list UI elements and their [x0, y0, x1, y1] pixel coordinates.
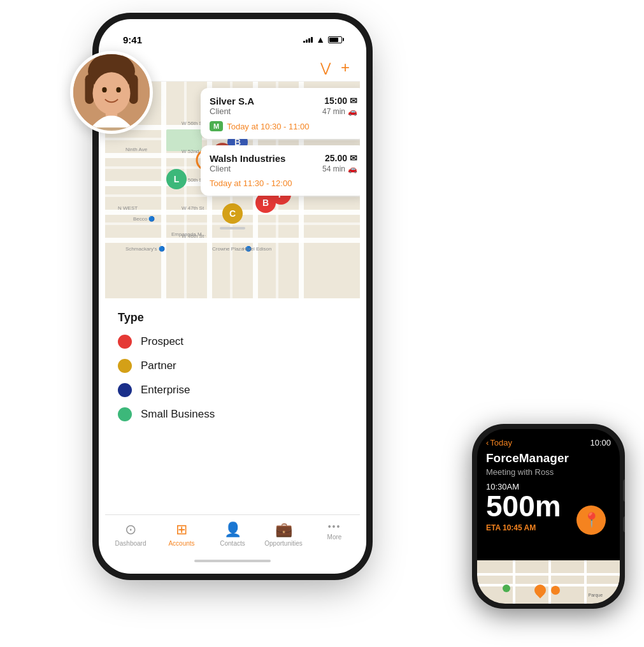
- status-bar: 9:41 ▲: [105, 25, 360, 54]
- card-company-2: Walsh Industries: [210, 153, 285, 164]
- tab-label-more: More: [327, 534, 342, 541]
- card-type-2: Client: [210, 164, 285, 173]
- map-pin-B2[interactable]: B: [255, 193, 276, 213]
- add-icon[interactable]: +: [341, 59, 350, 76]
- watch-crown-bottom: [623, 516, 625, 532]
- nav-actions: ⋁ +: [320, 59, 350, 76]
- place-hotel: Hotel Edison: [243, 246, 271, 252]
- watch-title: ForceManager: [477, 451, 620, 466]
- svg-rect-5: [85, 75, 94, 104]
- watch-mini-map: Parque: [477, 560, 620, 604]
- watch-location-fab[interactable]: 📍: [576, 505, 606, 535]
- home-indicator: [194, 560, 271, 562]
- legend-label-partner: Partner: [141, 360, 176, 372]
- street-label-5: N WEST: [118, 205, 138, 211]
- card-time-2: 25.00 ✉: [325, 153, 357, 163]
- svg-point-9: [116, 87, 120, 92]
- card-duration-2: 54 min 🚗: [322, 164, 357, 173]
- legend-dot-enterprise: [118, 383, 132, 397]
- map-pin-C[interactable]: C: [222, 203, 243, 224]
- tab-opportunities[interactable]: 💼 Opportunities: [258, 521, 309, 547]
- tab-accounts[interactable]: ⊞ Accounts: [156, 521, 207, 547]
- legend-label-smallbiz: Small Business: [141, 408, 215, 421]
- legend-item-prospect: Prospect: [118, 335, 347, 349]
- scroll-indicator[interactable]: [220, 227, 245, 229]
- status-icons: ▲: [303, 34, 342, 45]
- contacts-icon: 👤: [224, 521, 241, 538]
- legend-dot-smallbiz: [118, 407, 132, 421]
- filter-icon[interactable]: ⋁: [320, 60, 331, 75]
- card-date-row-1: M Today at 10:30 - 11:00: [210, 121, 357, 131]
- more-icon: •••: [328, 521, 341, 532]
- accounts-icon: ⊞: [176, 521, 187, 538]
- tab-contacts[interactable]: 👤 Contacts: [207, 521, 258, 547]
- watch-crown-top: [623, 479, 625, 502]
- watch-time: 10:00: [590, 438, 611, 447]
- legend-item-enterprise: Enterprise: [118, 383, 347, 397]
- opportunities-icon: 💼: [275, 521, 292, 538]
- watch-screen: ‹ Today 10:00 ForceManager Meeting with …: [477, 429, 620, 604]
- card-type-1: Client: [210, 106, 254, 116]
- status-time: 9:41: [123, 34, 142, 45]
- profile-avatar: [70, 51, 153, 134]
- card-date-text-1: Today at 10:30 - 11:00: [227, 122, 309, 131]
- card-time-1: 15:00 ✉: [324, 96, 357, 106]
- watch-header: ‹ Today 10:00: [477, 429, 620, 451]
- place-schmackary: Schmackary's 🔵: [125, 246, 165, 252]
- wifi-icon: ▲: [316, 34, 325, 45]
- svg-rect-6: [129, 75, 138, 104]
- place-becco: Becco 🔵: [133, 216, 155, 222]
- place-empanada: Empanada M...: [171, 231, 206, 237]
- tab-label-opportunities: Opportunities: [264, 540, 302, 547]
- card-date-row-2: Today at 11:30 - 12:00: [210, 178, 357, 188]
- tab-label-dashboard: Dashboard: [115, 540, 147, 547]
- tab-label-contacts: Contacts: [220, 540, 245, 547]
- location-pin-icon: 📍: [583, 512, 600, 528]
- legend-dot-partner: [118, 359, 132, 373]
- card-company-1: Silver S.A: [210, 96, 254, 106]
- svg-point-8: [102, 87, 106, 92]
- account-card-walsh[interactable]: Walsh Industries Client 25.00 ✉ 54 min 🚗: [201, 145, 360, 196]
- legend-panel: Type Prospect Partner Enterprise Small B…: [105, 298, 360, 421]
- card-duration-1: 47 min 🚗: [322, 107, 357, 116]
- watch-back-label: ‹ Today: [486, 438, 512, 447]
- dashboard-icon: ⊙: [125, 521, 136, 538]
- watch-subtitle: Meeting with Ross: [477, 466, 620, 482]
- street-label-1: Ninth Ave: [125, 147, 147, 152]
- cards-panel: Silver S.A Client 15:00 ✉ 47 min 🚗: [201, 88, 360, 196]
- tab-more[interactable]: ••• More: [309, 521, 360, 541]
- legend-item-smallbiz: Small Business: [118, 407, 347, 421]
- watch-device: ‹ Today 10:00 ForceManager Meeting with …: [472, 424, 625, 609]
- tab-label-accounts: Accounts: [168, 540, 194, 547]
- legend-title: Type: [118, 311, 347, 324]
- legend-label-prospect: Prospect: [141, 335, 183, 348]
- legend-dot-prospect: [118, 335, 132, 349]
- card-date-badge-1: M: [210, 121, 223, 131]
- card-date-text-2: Today at 11:30 - 12:00: [210, 178, 292, 188]
- legend-label-enterprise: Enterprise: [141, 384, 190, 396]
- street-label-6: W 47th St: [182, 205, 204, 211]
- map-pin-L[interactable]: L: [166, 169, 187, 189]
- svg-point-7: [92, 72, 130, 114]
- tab-dashboard[interactable]: ⊙ Dashboard: [105, 521, 156, 547]
- legend-item-partner: Partner: [118, 359, 347, 373]
- battery-icon: [328, 36, 342, 43]
- account-card-silver[interactable]: Silver S.A Client 15:00 ✉ 47 min 🚗: [201, 88, 360, 139]
- signal-bars-icon: [303, 37, 313, 43]
